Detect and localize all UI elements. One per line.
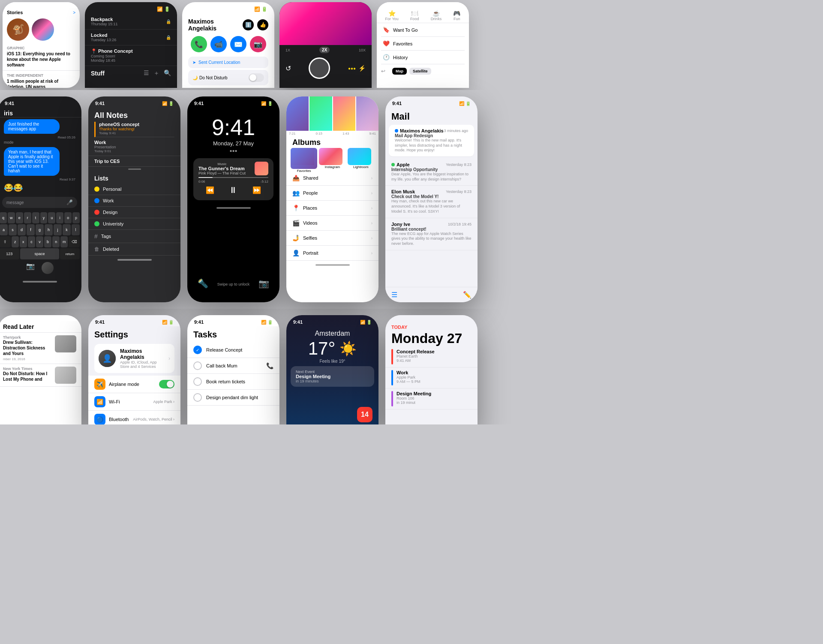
list-personal[interactable]: Personal bbox=[88, 184, 180, 195]
album-favorites[interactable]: Favorites bbox=[291, 148, 317, 169]
key-t[interactable]: t bbox=[32, 212, 39, 223]
note-phoneos[interactable]: phoneOS concept Thanks for watching! Tod… bbox=[94, 122, 174, 137]
instagram-button[interactable]: 📷 bbox=[250, 36, 266, 52]
video-button[interactable]: 📹 bbox=[210, 36, 227, 52]
news-article-1[interactable]: GRAPHIC iOS 13: Everything you need to k… bbox=[3, 43, 80, 71]
rewind-icon[interactable]: ⏪ bbox=[206, 186, 214, 194]
map-view-btn[interactable]: Map bbox=[392, 68, 407, 75]
album-instagram[interactable]: Instagram bbox=[319, 148, 345, 169]
flash-icon[interactable]: ⚡ bbox=[358, 65, 366, 72]
note-trip[interactable]: Trip to CES bbox=[88, 156, 180, 167]
camera-icon-keyboard[interactable]: 📷 bbox=[26, 262, 35, 274]
photo-videos[interactable]: 🎬Videos › bbox=[286, 216, 378, 231]
back-arrow-icon[interactable]: ↩ bbox=[381, 68, 385, 74]
zoom-2x-active[interactable]: 2X bbox=[319, 47, 330, 53]
key-d[interactable]: d bbox=[18, 224, 26, 235]
tab-for-you[interactable]: ⭐ For You bbox=[385, 10, 399, 21]
photo-portrait[interactable]: 👤Portrait › bbox=[286, 246, 378, 261]
flashlight-icon[interactable]: 🔦 bbox=[198, 278, 208, 289]
mail-item-maximos[interactable]: Maximos Angelakis 3 minutes ago Mail App… bbox=[389, 125, 474, 157]
task-release-concept[interactable]: ✓ Release Concept bbox=[187, 342, 279, 358]
rl-item-1[interactable]: TheVpork Drew Sullivan: Distraction Sick… bbox=[0, 333, 81, 364]
key-p[interactable]: p bbox=[72, 212, 80, 223]
key-return[interactable]: return bbox=[60, 248, 80, 259]
tab-food[interactable]: 🍽️ Food bbox=[410, 10, 419, 21]
mail-item-jony[interactable]: Jony Ive 10/2/18 19:45 Brilliant concept… bbox=[385, 218, 478, 250]
reminder-backpack[interactable]: Backpack Thursday 15:11 🔒 bbox=[85, 14, 177, 30]
stories-more[interactable]: > bbox=[73, 10, 75, 15]
key-x[interactable]: x bbox=[20, 236, 27, 247]
task-book-tickets[interactable]: Book return tickets bbox=[187, 374, 279, 390]
list-design[interactable]: Design bbox=[88, 207, 180, 218]
camera-rotate-icon[interactable]: ↺ bbox=[285, 64, 291, 72]
cal-event-concept-release[interactable]: Concept Release Planet Earth 9:41 AM bbox=[385, 346, 478, 367]
zoom-1x[interactable]: 1X bbox=[285, 48, 290, 52]
list-work[interactable]: Work bbox=[88, 195, 180, 207]
reminder-phone-concept[interactable]: 📍 Phone Concept Coming Soon! Monday 18:4… bbox=[85, 45, 177, 66]
key-n[interactable]: n bbox=[52, 236, 60, 247]
setting-bluetooth[interactable]: 🔵 Bluetooth AirPods, Watch, Pencil › bbox=[88, 411, 180, 424]
task-design-light[interactable]: Design pendant dim light bbox=[187, 390, 279, 406]
key-h[interactable]: h bbox=[45, 224, 53, 235]
key-space[interactable]: space bbox=[20, 248, 60, 259]
note-work[interactable]: Work Presentation Today 9:01 bbox=[88, 137, 180, 156]
dnd-toggle[interactable] bbox=[249, 73, 264, 82]
reminder-locked[interactable]: Locked Tuesday 13:26 🔒 bbox=[85, 30, 177, 45]
key-q[interactable]: q bbox=[0, 212, 7, 223]
key-r[interactable]: r bbox=[24, 212, 31, 223]
satellite-view-btn[interactable]: Satellite bbox=[409, 68, 431, 75]
key-j[interactable]: j bbox=[54, 224, 62, 235]
photo-people[interactable]: 👥People › bbox=[286, 186, 378, 201]
maps-favorites[interactable]: ❤️ Favorites bbox=[381, 37, 465, 51]
add-icon[interactable]: ＋ bbox=[153, 69, 159, 77]
cal-event-design-meeting[interactable]: Design Meeting Room 106 in 19 minut bbox=[385, 388, 478, 409]
story-thumb-1[interactable]: 🐒 bbox=[7, 18, 29, 41]
info-icon-btn[interactable]: ℹ️ bbox=[243, 19, 254, 30]
search-icon-small[interactable]: 🔍 bbox=[164, 69, 171, 77]
pause-icon[interactable]: ⏸ bbox=[229, 185, 237, 195]
key-y[interactable]: y bbox=[40, 212, 48, 223]
airplane-toggle[interactable] bbox=[159, 380, 174, 388]
cal-event-work[interactable]: Work Apple Park 9 AM — 5 PM bbox=[385, 367, 478, 388]
mail-button[interactable]: ✉️ bbox=[230, 36, 246, 52]
key-v[interactable]: v bbox=[36, 236, 43, 247]
story-thumb-2[interactable] bbox=[32, 18, 54, 41]
settings-profile[interactable]: 👤 Maximos Angelakis Apple ID, iCloud, Ap… bbox=[94, 344, 174, 373]
key-m[interactable]: m bbox=[60, 236, 68, 247]
camera-shortcut-icon[interactable]: 📷 bbox=[258, 278, 269, 289]
thumbsup-icon-btn[interactable]: 👍 bbox=[257, 19, 268, 30]
maps-want-to-go[interactable]: 🔖 Want To Go bbox=[381, 23, 465, 37]
key-w[interactable]: w bbox=[8, 212, 15, 223]
rl-item-2[interactable]: New York Times Do Not Disturb: How I Los… bbox=[0, 364, 81, 387]
photo-selfies[interactable]: 🤳Selfies › bbox=[286, 231, 378, 246]
key-l[interactable]: l bbox=[72, 224, 80, 235]
key-i[interactable]: i bbox=[56, 212, 63, 223]
key-backspace[interactable]: ⌫ bbox=[69, 236, 80, 247]
list-deleted[interactable]: 🗑 Deleted bbox=[88, 243, 180, 256]
key-u[interactable]: u bbox=[48, 212, 55, 223]
message-input-bar[interactable]: message 🎤 bbox=[2, 197, 77, 208]
setting-airplane[interactable]: ✈️ Airplane mode bbox=[88, 376, 180, 393]
zoom-10x[interactable]: 10X bbox=[359, 48, 366, 52]
news-article-2[interactable]: THE INDEPENDENT 1 million people at risk… bbox=[3, 71, 80, 88]
key-a[interactable]: a bbox=[0, 224, 8, 235]
keyboard[interactable]: q w e r t y u i o p a s d f g h j k l bbox=[0, 211, 81, 277]
do-not-disturb-row[interactable]: 🌙 Do Not Disturb bbox=[188, 70, 268, 85]
forward-icon[interactable]: ⏩ bbox=[252, 186, 261, 194]
key-f[interactable]: f bbox=[27, 224, 35, 235]
ls-progress-bar[interactable] bbox=[198, 177, 268, 178]
list-tags[interactable]: # Tags bbox=[88, 230, 180, 243]
task-call-mum[interactable]: Call back Mum 📞 bbox=[187, 358, 279, 374]
camera-shutter[interactable] bbox=[309, 57, 330, 79]
photo-shared[interactable]: 📤Shared › bbox=[286, 171, 378, 186]
tab-fun[interactable]: 🎮 Fun bbox=[453, 10, 460, 21]
list-university[interactable]: Univeristy bbox=[88, 218, 180, 230]
mail-item-elon[interactable]: Elon Musk Yesterday 8:23 Check out the M… bbox=[385, 186, 478, 218]
key-k[interactable]: k bbox=[63, 224, 71, 235]
ls-music-widget[interactable]: Music The Gunner's Dream Pink Floyd — Th… bbox=[193, 158, 273, 200]
key-b[interactable]: b bbox=[44, 236, 51, 247]
key-g[interactable]: g bbox=[36, 224, 44, 235]
mail-item-apple[interactable]: Apple Yesterday 8:23 Internship Opportun… bbox=[385, 159, 478, 186]
setting-wifi[interactable]: 📶 Wi-Fi Apple Park › bbox=[88, 393, 180, 411]
key-o[interactable]: o bbox=[64, 212, 72, 223]
